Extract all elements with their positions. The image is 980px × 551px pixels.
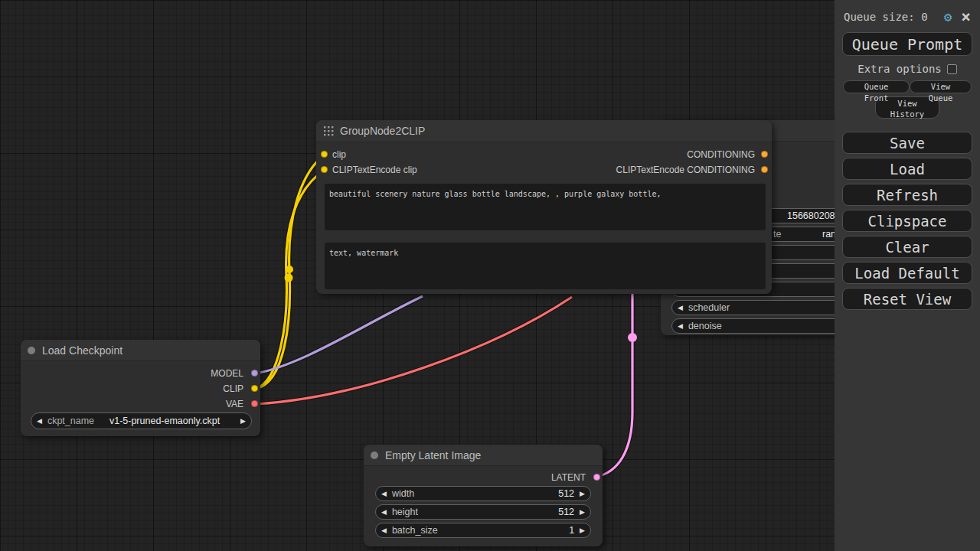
node-title-bar[interactable]: Load Checkpoint: [21, 340, 260, 361]
widget-width[interactable]: ◀ width 512 ▶: [375, 486, 591, 501]
clip-input-port[interactable]: [321, 151, 328, 158]
collapse-dot-icon[interactable]: [28, 347, 35, 354]
output-label: VAE: [226, 399, 243, 409]
refresh-button[interactable]: Refresh: [842, 184, 972, 206]
widget-label: batch_size: [392, 525, 438, 536]
decrement-arrow-icon[interactable]: ◀: [672, 305, 688, 311]
decrement-arrow-icon[interactable]: ◀: [376, 491, 392, 497]
extra-options-label: Extra options: [858, 63, 942, 75]
positive-prompt-textarea[interactable]: beautiful scenery nature glass bottle la…: [325, 184, 766, 230]
model-output-port[interactable]: [251, 370, 258, 377]
latent-output-port[interactable]: [593, 474, 600, 481]
comfy-menu: Queue size: 0 ⚙ × Queue Prompt Extra opt…: [835, 0, 980, 551]
save-button[interactable]: Save: [842, 132, 972, 154]
clip-output-port[interactable]: [251, 385, 258, 392]
decrement-arrow-icon[interactable]: ◀: [31, 418, 47, 425]
widget-label-fragment: te: [773, 229, 781, 240]
decrement-arrow-icon[interactable]: ◀: [376, 527, 392, 534]
node-title: Load Checkpoint: [42, 344, 122, 357]
node-title-bar[interactable]: Empty Latent Image: [364, 445, 603, 466]
node-title-bar[interactable]: GroupNode2CLIP: [316, 120, 772, 142]
node-empty-latent-image[interactable]: Empty Latent Image LATENT ◀ width 512 ▶ …: [364, 445, 603, 546]
clipspace-button[interactable]: Clipspace: [842, 210, 972, 232]
widget-height[interactable]: ◀ height 512 ▶: [375, 504, 591, 520]
negative-prompt-textarea[interactable]: text, watermark: [325, 243, 766, 289]
queue-front-button[interactable]: Queue Front: [843, 80, 910, 93]
output-label: CONDITIONING: [687, 149, 755, 160]
widget-value: 1: [569, 525, 574, 536]
close-icon[interactable]: ×: [961, 11, 971, 22]
output-label: CLIP: [223, 383, 243, 394]
load-default-button[interactable]: Load Default: [842, 262, 972, 284]
widget-label: width: [392, 488, 414, 499]
node-title: Empty Latent Image: [385, 449, 481, 461]
settings-gear-icon[interactable]: ⚙: [944, 9, 952, 24]
widget-label: height: [392, 507, 418, 517]
output-label: LATENT: [551, 472, 586, 483]
widget-value: 512: [558, 488, 574, 499]
widget-value: 512: [558, 507, 574, 517]
collapse-dot-icon[interactable]: [371, 452, 378, 459]
node-load-checkpoint[interactable]: Load Checkpoint MODEL CLIP VAE ◀ ckpt_na…: [21, 340, 260, 436]
widget-ckpt-name[interactable]: ◀ ckpt_name v1-5-pruned-emaonly.ckpt ▶: [31, 412, 252, 429]
clear-button[interactable]: Clear: [842, 236, 972, 258]
conditioning-output-port[interactable]: [761, 151, 768, 158]
decrement-arrow-icon[interactable]: ◀: [376, 509, 392, 516]
queue-size-value: 0: [921, 11, 927, 23]
conditioning-output-port-2[interactable]: [761, 166, 768, 173]
queue-prompt-button[interactable]: Queue Prompt: [842, 32, 972, 56]
output-label: CLIPTextEncode CONDITIONING: [616, 165, 755, 175]
decrement-arrow-icon[interactable]: ◀: [672, 323, 688, 330]
node-group-clip[interactable]: GroupNode2CLIP clip CLIPTextEncode clip …: [316, 120, 772, 294]
increment-arrow-icon[interactable]: ▶: [574, 491, 590, 497]
increment-arrow-icon[interactable]: ▶: [235, 418, 251, 425]
vae-output-port[interactable]: [251, 400, 258, 407]
widget-label: denoise: [688, 321, 722, 331]
input-label: CLIPTextEncode clip: [332, 165, 417, 175]
clip-input-port-2[interactable]: [321, 166, 328, 173]
group-node-icon: [324, 126, 334, 136]
input-label: clip: [332, 149, 346, 160]
increment-arrow-icon[interactable]: ▶: [574, 527, 590, 534]
queue-size-label: Queue size: 0: [844, 11, 944, 23]
seed-value: 1566802087: [787, 210, 841, 221]
widget-batch-size[interactable]: ◀ batch_size 1 ▶: [375, 523, 591, 538]
widget-value: v1-5-pruned-emaonly.ckpt: [94, 416, 235, 426]
widget-label: scheduler: [688, 302, 730, 313]
extra-options-checkbox[interactable]: [947, 64, 957, 74]
output-label: MODEL: [211, 368, 243, 379]
reset-view-button[interactable]: Reset View: [842, 288, 972, 310]
load-button[interactable]: Load: [842, 158, 972, 180]
node-title: GroupNode2CLIP: [340, 125, 425, 137]
view-queue-button[interactable]: View Queue: [910, 80, 972, 93]
increment-arrow-icon[interactable]: ▶: [574, 509, 590, 516]
widget-label: ckpt_name: [47, 416, 94, 426]
